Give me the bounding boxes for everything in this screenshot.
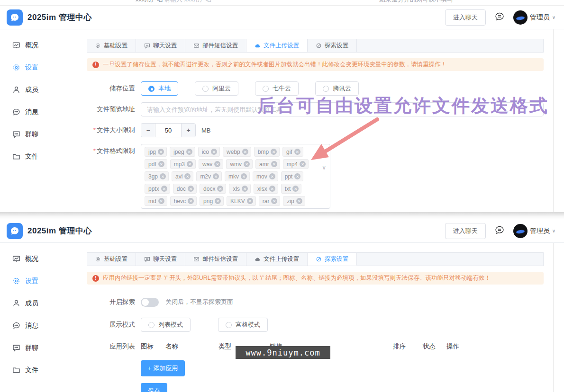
- remove-tag-icon[interactable]: ✕: [188, 198, 194, 204]
- tab-chat-settings[interactable]: 聊天设置: [136, 39, 185, 52]
- sidebar-item-settings[interactable]: 设置: [0, 270, 78, 292]
- display-mode-label: 展示模式: [87, 318, 135, 332]
- sidebar-item-messages[interactable]: 消息: [0, 101, 78, 123]
- sidebar-item-members[interactable]: 成员: [0, 79, 78, 101]
- remove-tag-icon[interactable]: ✕: [242, 149, 248, 155]
- sidebar-item-overview[interactable]: 概况: [0, 248, 78, 270]
- remove-tag-icon[interactable]: ✕: [271, 161, 277, 167]
- mode-radio-grid[interactable]: 宫格模式: [218, 318, 268, 332]
- tab-basic-settings[interactable]: 基础设置: [87, 39, 136, 52]
- storage-radio-tencent[interactable]: 腾讯云: [315, 81, 359, 96]
- explore-toggle[interactable]: [141, 298, 159, 307]
- tab-basic-settings[interactable]: 基础设置: [87, 253, 136, 266]
- tab-explore-settings[interactable]: 探索设置: [308, 253, 357, 266]
- remove-tag-icon[interactable]: ✕: [271, 198, 277, 204]
- remove-tag-icon[interactable]: ✕: [214, 161, 220, 167]
- remove-tag-icon[interactable]: ✕: [269, 173, 275, 179]
- sidebar-item-members[interactable]: 成员: [0, 292, 78, 314]
- remove-tag-icon[interactable]: ✕: [213, 173, 219, 179]
- stepper-plus-button[interactable]: +: [181, 124, 195, 137]
- add-app-button[interactable]: + 添加应用: [141, 360, 185, 376]
- remove-tag-icon[interactable]: ✕: [188, 186, 194, 192]
- remove-tag-icon[interactable]: ✕: [161, 186, 167, 192]
- remove-tag-icon[interactable]: ✕: [184, 173, 191, 179]
- remove-tag-icon[interactable]: ✕: [292, 186, 299, 192]
- mode-radio-list[interactable]: 列表模式: [141, 318, 191, 332]
- watermark: www.9niuym.com: [236, 346, 330, 359]
- storage-radio-local[interactable]: 本地: [141, 81, 178, 96]
- radio-icon: [323, 86, 329, 92]
- sidebar-item-overview[interactable]: 概况: [0, 34, 78, 56]
- tab-chat-settings[interactable]: 聊天设置: [136, 253, 185, 266]
- circle-slash-icon: [316, 256, 322, 262]
- format-tag: txt✕: [281, 184, 302, 194]
- format-tags-box[interactable]: jpg✕ jpeg✕ ico✕ webp✕ bmp✕ gif✕: [141, 144, 330, 209]
- table-column-header: 排序: [393, 342, 423, 351]
- remove-tag-icon[interactable]: ✕: [269, 186, 275, 192]
- remove-tag-icon[interactable]: ✕: [187, 161, 193, 167]
- settings-tabbar: 基础设置 聊天设置 邮件短信设置 文件上传设置: [87, 252, 544, 266]
- format-tag: jpeg✕: [170, 147, 195, 157]
- storage-radio-aliyun[interactable]: 阿里云: [195, 81, 238, 96]
- format-tag: mov✕: [253, 171, 278, 181]
- remove-tag-icon[interactable]: ✕: [271, 149, 277, 155]
- feedback-icon[interactable]: [494, 225, 505, 237]
- chat-square-icon: [12, 344, 20, 352]
- remove-tag-icon[interactable]: ✕: [294, 149, 300, 155]
- remove-tag-icon[interactable]: ✕: [241, 173, 247, 179]
- admin-menu[interactable]: 管理员 ∨: [513, 224, 555, 238]
- folder-icon: [12, 152, 20, 160]
- admin-name: 管理员: [530, 13, 550, 22]
- tab-mail-sms-settings[interactable]: 邮件短信设置: [185, 39, 246, 52]
- avatar[interactable]: [513, 224, 528, 238]
- remove-tag-icon[interactable]: ✕: [158, 149, 164, 155]
- admin-menu[interactable]: 管理员 ∨: [513, 10, 555, 25]
- chevron-down-icon: ∨: [552, 15, 555, 20]
- table-column-header: 名称: [165, 342, 218, 351]
- remove-tag-icon[interactable]: ✕: [158, 161, 164, 167]
- explore-toggle-hint: 关闭后，不显示探索页面: [165, 298, 233, 306]
- remove-tag-icon[interactable]: ✕: [247, 198, 253, 204]
- remove-tag-icon[interactable]: ✕: [211, 149, 217, 155]
- sidebar-item-groups[interactable]: 群聊: [0, 337, 78, 359]
- chat-square-icon: [12, 130, 20, 138]
- remove-tag-icon[interactable]: ✕: [242, 186, 248, 192]
- tab-file-upload-settings[interactable]: 文件上传设置: [246, 253, 308, 266]
- avatar[interactable]: [513, 10, 528, 25]
- tab-explore-settings[interactable]: 探索设置: [308, 39, 357, 52]
- explore-warning-banner: ! 应用内的链接一定要是 '/' 开头，外部URL需要带协议头，以 '/' 结尾…: [87, 272, 544, 285]
- sidebar-item-groups[interactable]: 群聊: [0, 123, 78, 145]
- storage-radio-qiniu[interactable]: 七牛云: [255, 81, 299, 96]
- tab-file-upload-settings[interactable]: 文件上传设置: [246, 39, 308, 52]
- format-tag: webp✕: [223, 147, 251, 157]
- upload-warning-banner: ! 一旦设置了储存位置，就不能再进行更改，否则之前的文件或者图片加载就会出错！此…: [87, 58, 544, 71]
- preview-url-input[interactable]: [141, 102, 544, 116]
- remove-tag-icon[interactable]: ✕: [294, 173, 300, 179]
- remove-tag-icon[interactable]: ✕: [296, 198, 302, 204]
- sidebar-item-settings[interactable]: 设置: [0, 56, 78, 79]
- enter-chat-button[interactable]: 进入聊天: [445, 223, 486, 239]
- stepper-minus-button[interactable]: −: [141, 124, 155, 137]
- sidebar-item-files[interactable]: 文件: [0, 145, 78, 168]
- enter-chat-button[interactable]: 进入聊天: [445, 9, 486, 26]
- chevron-down-icon[interactable]: ∨: [322, 164, 326, 171]
- size-stepper: − 50 +: [141, 123, 196, 137]
- format-tag: 3gp✕: [145, 171, 169, 181]
- size-value[interactable]: 50: [155, 124, 181, 137]
- feedback-icon[interactable]: [494, 11, 505, 24]
- tab-mail-sms-settings[interactable]: 邮件短信设置: [185, 253, 246, 266]
- save-button[interactable]: 保存: [141, 383, 167, 392]
- remove-tag-icon[interactable]: ✕: [244, 161, 250, 167]
- main-content: 基础设置 聊天设置 邮件短信设置 文件上传设置: [78, 29, 554, 212]
- app-logo-icon: [7, 223, 23, 239]
- format-tag: md✕: [145, 196, 167, 206]
- remove-tag-icon[interactable]: ✕: [160, 173, 166, 179]
- sidebar-item-messages[interactable]: 消息: [0, 314, 78, 337]
- chevron-down-icon: ∨: [552, 228, 555, 233]
- remove-tag-icon[interactable]: ✕: [300, 161, 306, 167]
- remove-tag-icon[interactable]: ✕: [217, 186, 223, 192]
- remove-tag-icon[interactable]: ✕: [186, 149, 192, 155]
- remove-tag-icon[interactable]: ✕: [215, 198, 221, 204]
- sidebar-item-files[interactable]: 文件: [0, 359, 78, 381]
- remove-tag-icon[interactable]: ✕: [158, 198, 164, 204]
